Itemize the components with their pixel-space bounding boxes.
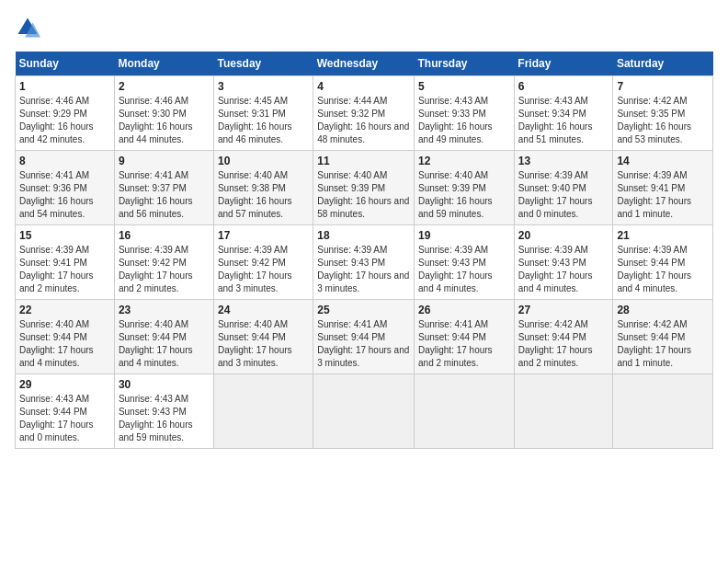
calendar-cell: 20 Sunrise: 4:39 AMSunset: 9:43 PMDaylig… — [514, 225, 613, 300]
day-info: Sunrise: 4:46 AMSunset: 9:30 PMDaylight:… — [119, 96, 193, 144]
calendar-cell: 24 Sunrise: 4:40 AMSunset: 9:44 PMDaylig… — [213, 300, 313, 374]
day-info: Sunrise: 4:42 AMSunset: 9:44 PMDaylight:… — [617, 319, 691, 368]
calendar-cell: 2 Sunrise: 4:46 AMSunset: 9:30 PMDayligh… — [114, 76, 213, 151]
day-info: Sunrise: 4:41 AMSunset: 9:36 PMDaylight:… — [19, 170, 94, 219]
day-number: 11 — [317, 155, 410, 167]
day-number: 25 — [317, 304, 410, 316]
calendar-cell: 22 Sunrise: 4:40 AMSunset: 9:44 PMDaylig… — [16, 300, 115, 374]
day-of-week-header: Tuesday — [213, 52, 313, 76]
day-number: 24 — [218, 304, 309, 316]
day-info: Sunrise: 4:40 AMSunset: 9:44 PMDaylight:… — [119, 319, 193, 368]
calendar-cell — [514, 374, 613, 449]
day-number: 7 — [617, 80, 709, 93]
calendar-cell: 9 Sunrise: 4:41 AMSunset: 9:37 PMDayligh… — [114, 151, 213, 225]
calendar-cell: 18 Sunrise: 4:39 AMSunset: 9:43 PMDaylig… — [313, 225, 415, 300]
logo — [15, 15, 44, 40]
calendar-cell: 1 Sunrise: 4:46 AMSunset: 9:29 PMDayligh… — [16, 76, 115, 151]
logo-icon — [15, 15, 40, 40]
calendar-week-row: 15 Sunrise: 4:39 AMSunset: 9:41 PMDaylig… — [16, 225, 713, 300]
day-info: Sunrise: 4:40 AMSunset: 9:39 PMDaylight:… — [317, 170, 409, 219]
day-number: 3 — [218, 80, 309, 93]
calendar-cell: 14 Sunrise: 4:39 AMSunset: 9:41 PMDaylig… — [613, 151, 713, 225]
day-info: Sunrise: 4:40 AMSunset: 9:39 PMDaylight:… — [418, 170, 493, 219]
day-info: Sunrise: 4:40 AMSunset: 9:44 PMDaylight:… — [218, 319, 292, 368]
day-number: 8 — [19, 155, 110, 167]
day-number: 1 — [19, 80, 110, 93]
calendar-cell: 5 Sunrise: 4:43 AMSunset: 9:33 PMDayligh… — [415, 76, 515, 151]
calendar-week-row: 22 Sunrise: 4:40 AMSunset: 9:44 PMDaylig… — [16, 300, 713, 374]
day-number: 15 — [19, 229, 110, 242]
day-of-week-header: Friday — [514, 52, 613, 76]
calendar-cell: 16 Sunrise: 4:39 AMSunset: 9:42 PMDaylig… — [114, 225, 213, 300]
day-number: 26 — [418, 304, 510, 316]
calendar-week-row: 29 Sunrise: 4:43 AMSunset: 9:44 PMDaylig… — [16, 374, 713, 449]
day-number: 30 — [119, 378, 210, 391]
calendar-week-row: 8 Sunrise: 4:41 AMSunset: 9:36 PMDayligh… — [16, 151, 713, 225]
calendar-table: SundayMondayTuesdayWednesdayThursdayFrid… — [15, 52, 713, 449]
day-number: 28 — [617, 304, 709, 316]
day-number: 18 — [317, 229, 410, 242]
day-number: 9 — [119, 155, 210, 167]
day-number: 14 — [617, 155, 709, 167]
calendar-cell: 6 Sunrise: 4:43 AMSunset: 9:34 PMDayligh… — [514, 76, 613, 151]
day-number: 16 — [119, 229, 210, 242]
day-info: Sunrise: 4:39 AMSunset: 9:40 PMDaylight:… — [518, 170, 593, 219]
day-info: Sunrise: 4:41 AMSunset: 9:44 PMDaylight:… — [317, 319, 409, 368]
day-number: 10 — [218, 155, 309, 167]
day-of-week-header: Sunday — [16, 52, 115, 76]
day-number: 27 — [518, 304, 609, 316]
day-number: 21 — [617, 229, 709, 242]
calendar-cell: 8 Sunrise: 4:41 AMSunset: 9:36 PMDayligh… — [16, 151, 115, 225]
calendar-cell: 19 Sunrise: 4:39 AMSunset: 9:43 PMDaylig… — [415, 225, 515, 300]
day-info: Sunrise: 4:39 AMSunset: 9:43 PMDaylight:… — [317, 245, 409, 293]
calendar-cell: 17 Sunrise: 4:39 AMSunset: 9:42 PMDaylig… — [213, 225, 313, 300]
day-info: Sunrise: 4:44 AMSunset: 9:32 PMDaylight:… — [317, 96, 409, 144]
day-info: Sunrise: 4:43 AMSunset: 9:34 PMDaylight:… — [518, 96, 593, 144]
day-of-week-header: Saturday — [613, 52, 713, 76]
day-info: Sunrise: 4:39 AMSunset: 9:42 PMDaylight:… — [218, 245, 292, 293]
calendar-cell: 21 Sunrise: 4:39 AMSunset: 9:44 PMDaylig… — [613, 225, 713, 300]
calendar-cell — [613, 374, 713, 449]
day-info: Sunrise: 4:39 AMSunset: 9:42 PMDaylight:… — [119, 245, 193, 293]
calendar-cell — [415, 374, 515, 449]
day-number: 12 — [418, 155, 510, 167]
day-info: Sunrise: 4:40 AMSunset: 9:38 PMDaylight:… — [218, 170, 292, 219]
calendar-cell: 30 Sunrise: 4:43 AMSunset: 9:43 PMDaylig… — [114, 374, 213, 449]
calendar-cell: 4 Sunrise: 4:44 AMSunset: 9:32 PMDayligh… — [313, 76, 415, 151]
calendar-cell: 7 Sunrise: 4:42 AMSunset: 9:35 PMDayligh… — [613, 76, 713, 151]
calendar-cell: 13 Sunrise: 4:39 AMSunset: 9:40 PMDaylig… — [514, 151, 613, 225]
day-number: 29 — [19, 378, 110, 391]
day-number: 19 — [418, 229, 510, 242]
day-info: Sunrise: 4:39 AMSunset: 9:41 PMDaylight:… — [617, 170, 691, 219]
day-info: Sunrise: 4:43 AMSunset: 9:33 PMDaylight:… — [418, 96, 493, 144]
day-number: 20 — [518, 229, 609, 242]
calendar-cell: 10 Sunrise: 4:40 AMSunset: 9:38 PMDaylig… — [213, 151, 313, 225]
calendar-cell: 26 Sunrise: 4:41 AMSunset: 9:44 PMDaylig… — [415, 300, 515, 374]
calendar-cell: 12 Sunrise: 4:40 AMSunset: 9:39 PMDaylig… — [415, 151, 515, 225]
day-info: Sunrise: 4:45 AMSunset: 9:31 PMDaylight:… — [218, 96, 292, 144]
day-info: Sunrise: 4:43 AMSunset: 9:44 PMDaylight:… — [19, 394, 94, 442]
calendar-week-row: 1 Sunrise: 4:46 AMSunset: 9:29 PMDayligh… — [16, 76, 713, 151]
day-info: Sunrise: 4:41 AMSunset: 9:37 PMDaylight:… — [119, 170, 193, 219]
calendar-cell: 29 Sunrise: 4:43 AMSunset: 9:44 PMDaylig… — [16, 374, 115, 449]
calendar-cell: 11 Sunrise: 4:40 AMSunset: 9:39 PMDaylig… — [313, 151, 415, 225]
calendar-cell — [313, 374, 415, 449]
day-of-week-header: Thursday — [415, 52, 515, 76]
calendar-cell: 15 Sunrise: 4:39 AMSunset: 9:41 PMDaylig… — [16, 225, 115, 300]
day-info: Sunrise: 4:46 AMSunset: 9:29 PMDaylight:… — [19, 96, 94, 144]
day-info: Sunrise: 4:39 AMSunset: 9:43 PMDaylight:… — [518, 245, 593, 293]
day-info: Sunrise: 4:39 AMSunset: 9:43 PMDaylight:… — [418, 245, 493, 293]
day-number: 22 — [19, 304, 110, 316]
day-of-week-header: Wednesday — [313, 52, 415, 76]
day-info: Sunrise: 4:42 AMSunset: 9:35 PMDaylight:… — [617, 96, 691, 144]
day-number: 17 — [218, 229, 309, 242]
day-info: Sunrise: 4:39 AMSunset: 9:41 PMDaylight:… — [19, 245, 94, 293]
calendar-cell: 28 Sunrise: 4:42 AMSunset: 9:44 PMDaylig… — [613, 300, 713, 374]
day-number: 6 — [518, 80, 609, 93]
day-info: Sunrise: 4:43 AMSunset: 9:43 PMDaylight:… — [119, 394, 193, 442]
day-number: 13 — [518, 155, 609, 167]
page-header — [15, 15, 713, 40]
day-info: Sunrise: 4:40 AMSunset: 9:44 PMDaylight:… — [19, 319, 94, 368]
day-info: Sunrise: 4:41 AMSunset: 9:44 PMDaylight:… — [418, 319, 493, 368]
calendar-cell — [213, 374, 313, 449]
